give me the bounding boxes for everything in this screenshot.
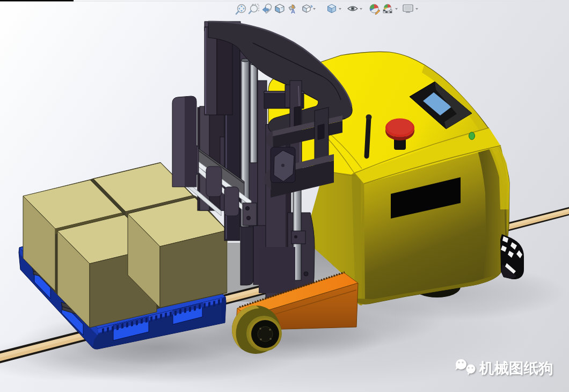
svg-text:机械图纸狗: 机械图纸狗 <box>479 360 553 376</box>
svg-text:A: A <box>291 8 295 14</box>
